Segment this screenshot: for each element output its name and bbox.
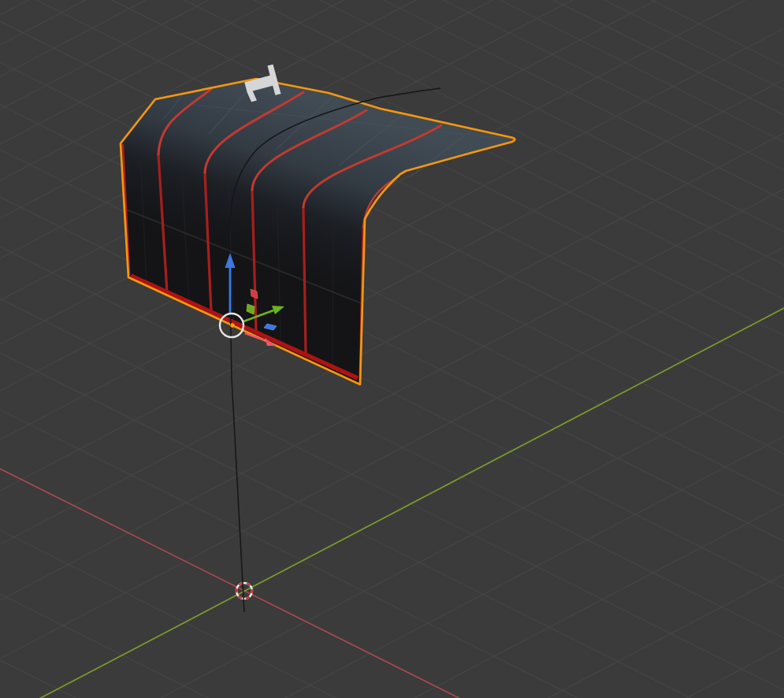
- gizmo-center-dot[interactable]: [230, 323, 234, 327]
- viewport-canvas[interactable]: 1: [0, 0, 784, 698]
- viewport-background: [0, 0, 784, 698]
